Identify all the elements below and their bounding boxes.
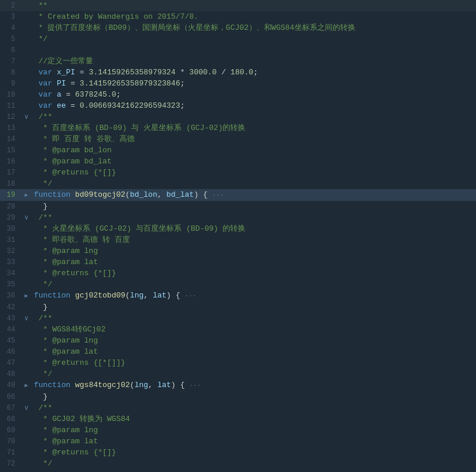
code-line: 2 **	[0, 0, 476, 11]
line-number: 35	[0, 281, 21, 289]
code-content: }	[32, 201, 476, 212]
line-number: 66	[0, 393, 21, 401]
code-line: 18 */	[0, 178, 476, 189]
code-line: 68 * GCJ02 转换为 WGS84	[0, 413, 476, 425]
line-number: 49	[0, 381, 21, 389]
code-content: * 百度坐标系 (BD-09) 与 火星坐标系 (GCJ-02)的转换	[32, 122, 476, 134]
code-content: * Created by Wandergis on 2015/7/8.	[32, 11, 476, 22]
line-number: 43	[0, 314, 21, 323]
line-number: 47	[0, 359, 21, 367]
code-content: * @param lng	[32, 245, 476, 256]
line-number: 70	[0, 437, 21, 446]
line-number: 45	[0, 337, 21, 345]
fold-gutter-collapse[interactable]: ∨	[21, 112, 32, 121]
line-number: 36	[0, 292, 21, 300]
code-content: * @param lat	[32, 256, 476, 268]
code-content: */	[32, 368, 476, 379]
code-content: * @returns {*[]}	[32, 447, 476, 458]
code-content: * @param lat	[32, 346, 476, 357]
code-line: 15 * @param bd_lon	[0, 145, 476, 156]
fold-gutter-collapse[interactable]: ∨	[21, 314, 32, 323]
fold-gutter-collapse[interactable]: ∨	[21, 213, 32, 222]
line-number: 71	[0, 449, 21, 457]
line-number: 69	[0, 426, 21, 435]
code-content: var ee = 0.00669342162296594323;	[32, 100, 476, 111]
code-line: 45 * @param lng	[0, 335, 476, 346]
line-number: 11	[0, 102, 21, 110]
line-number: 5	[0, 35, 21, 43]
code-content: function bd09togcj02(bd_lon, bd_lat) { ·…	[32, 189, 476, 201]
line-number: 8	[0, 69, 21, 77]
line-number: 72	[0, 460, 21, 468]
fold-gutter-collapse[interactable]: ∨	[21, 403, 32, 412]
line-number: 2	[0, 2, 21, 10]
code-line: 29 ∨ /**	[0, 212, 476, 223]
code-line: 12 ∨ /**	[0, 111, 476, 122]
line-number: 28	[0, 203, 21, 211]
code-line: 17 * @returns {*[]}	[0, 167, 476, 178]
line-number: 32	[0, 247, 21, 255]
code-content: var x_PI = 3.14159265358979324 * 3000.0 …	[32, 67, 476, 78]
line-number: 42	[0, 303, 21, 312]
line-number: 16	[0, 158, 21, 166]
code-line: 28 }	[0, 201, 476, 212]
line-number: 7	[0, 57, 21, 66]
line-number: 31	[0, 236, 21, 244]
code-content: function gcj02tobd09(lng, lat) { ···	[32, 290, 476, 302]
code-content: }	[32, 391, 476, 402]
code-content: /**	[32, 212, 476, 223]
code-line: 13 * 百度坐标系 (BD-09) 与 火星坐标系 (GCJ-02)的转换	[0, 122, 476, 134]
code-line: 34 * @returns {*[]}	[0, 268, 476, 279]
line-number: 29	[0, 214, 21, 222]
line-number: 3	[0, 13, 21, 21]
code-line: 49 ▶ function wgs84togcj02(lng, lat) { ·…	[0, 379, 476, 391]
line-number: 48	[0, 370, 21, 378]
code-content: * @returns {*[]}	[32, 268, 476, 279]
line-number: 13	[0, 124, 21, 132]
code-content: var PI = 3.14159265358979323846;	[32, 78, 476, 89]
code-line: 70 * @param lat	[0, 436, 476, 447]
code-line-function: 19 ▶ function bd09togcj02(bd_lon, bd_lat…	[0, 189, 476, 201]
code-line: 16 * @param bd_lat	[0, 156, 476, 167]
code-line: 9 var PI = 3.14159265358979323846;	[0, 78, 476, 89]
code-line: 8 var x_PI = 3.14159265358979324 * 3000.…	[0, 67, 476, 78]
line-number: 12	[0, 113, 21, 121]
code-content: function wgs84togcj02(lng, lat) { ···	[32, 379, 476, 391]
code-line: 46 * @param lat	[0, 346, 476, 357]
code-line: 43 ∨ /**	[0, 313, 476, 324]
fold-gutter-expand[interactable]: ▶	[21, 292, 32, 299]
code-line: 33 * @param lat	[0, 256, 476, 268]
line-number: 4	[0, 24, 21, 32]
code-line: 14 * 即 百度 转 谷歌、高德	[0, 134, 476, 145]
code-line: 69 * @param lng	[0, 425, 476, 436]
code-content: * @param bd_lon	[32, 145, 476, 156]
line-number: 17	[0, 169, 21, 177]
code-line: 71 * @returns {*[]}	[0, 447, 476, 458]
code-content: * 即谷歌、高德 转 百度	[32, 234, 476, 245]
code-content: }	[32, 302, 476, 313]
code-content: * @param lng	[32, 335, 476, 346]
code-content: //定义一些常量	[32, 56, 476, 67]
code-line: 47 * @returns {[*[]]}	[0, 357, 476, 368]
code-line: 67 ∨ /**	[0, 402, 476, 413]
line-number: 15	[0, 146, 21, 155]
line-number: 68	[0, 415, 21, 423]
code-content: */	[32, 458, 476, 469]
code-content: * 提供了百度坐标（BD09）、国测局坐标（火星坐标，GCJ02）、和WGS84…	[32, 22, 476, 33]
fold-gutter-expand[interactable]: ▶	[21, 191, 32, 199]
code-content: * 火星坐标系 (GCJ-02) 与百度坐标系 (BD-09) 的转换	[32, 223, 476, 234]
line-number: 6	[0, 46, 21, 54]
code-content: /**	[32, 111, 476, 122]
code-line: 31 * 即谷歌、高德 转 百度	[0, 234, 476, 245]
line-number: 33	[0, 258, 21, 266]
code-line: 35 */	[0, 279, 476, 290]
code-content: * @param bd_lat	[32, 156, 476, 167]
code-content: * @param lat	[32, 436, 476, 447]
line-number: 18	[0, 180, 21, 188]
fold-gutter-expand[interactable]: ▶	[21, 382, 32, 389]
line-number: 46	[0, 348, 21, 356]
code-content: /**	[32, 402, 476, 413]
code-line: 7 //定义一些常量	[0, 56, 476, 67]
code-content: */	[32, 279, 476, 290]
code-line: 44 * WGS84转GCj02	[0, 324, 476, 335]
